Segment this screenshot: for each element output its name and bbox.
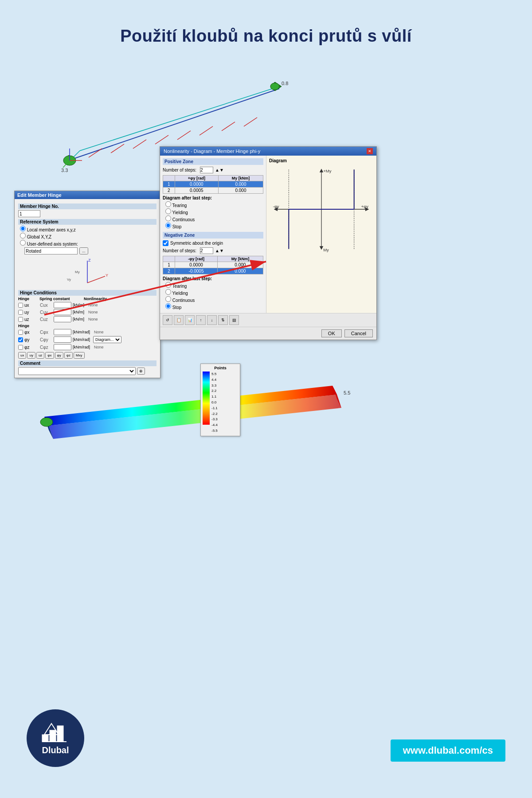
- pos-row-1[interactable]: 10.00000.000: [163, 181, 263, 188]
- tool-btn-3[interactable]: 📊: [185, 315, 195, 325]
- symmetric-label: Symmetric about the origin: [170, 241, 223, 246]
- tool-btn-5[interactable]: ↓: [207, 315, 217, 325]
- cphiy-input[interactable]: [54, 336, 71, 343]
- svg-line-22: [87, 276, 105, 283]
- symmetric-check[interactable]: [163, 240, 168, 246]
- member-hinge-no-input[interactable]: [18, 210, 40, 217]
- svg-line-8: [200, 126, 213, 135]
- svg-point-12: [270, 83, 279, 90]
- nonlin-diagram-panel: Diagram +My My +φy -φy: [266, 156, 376, 313]
- col-row-pos: [163, 176, 175, 181]
- after-last-options-neg: Tearing Yielding Continuous Stop: [163, 282, 263, 310]
- logo-icon: [40, 721, 71, 743]
- dlubal-logo: Dlubal: [27, 709, 84, 767]
- btn-mxy[interactable]: Mxy: [74, 352, 85, 359]
- tool-btn-7[interactable]: ▤: [229, 315, 239, 325]
- tool-btn-6[interactable]: ⇅: [218, 315, 228, 325]
- url-text: www.dlubal.com/cs: [403, 745, 493, 756]
- after-last-options-pos: Tearing Yielding Continuous Stop: [163, 201, 263, 229]
- num-steps-input-pos[interactable]: [200, 167, 213, 173]
- positive-zone-label: Positive Zone: [163, 158, 263, 165]
- svg-text:Vy: Vy: [67, 278, 71, 282]
- cphix-input[interactable]: [54, 329, 71, 335]
- nonlin-close-btn[interactable]: ✕: [367, 148, 373, 154]
- reference-system-options: Local member axes x,y,z Global X,Y,Z Use…: [20, 226, 156, 246]
- svg-line-5: [133, 140, 146, 149]
- color-bar: [203, 372, 210, 425]
- ok-button[interactable]: OK: [321, 329, 342, 337]
- svg-point-45: [40, 418, 53, 426]
- btn-phiz[interactable]: φz: [64, 352, 73, 359]
- hinge-phix-row: φx Cφx [kNm/rad] None: [18, 329, 156, 335]
- color-labels: 5.5 4.4 3.3 2.2 1.1 0.0 -1.1 -2.2 -3.3 -…: [211, 372, 218, 434]
- diagram-label: Diagram: [269, 158, 374, 163]
- svg-text:+φy: +φy: [361, 204, 368, 209]
- col-my-neg: My [kNm]: [217, 256, 263, 262]
- phiy-nonlin-select[interactable]: Diagram... None: [93, 336, 121, 343]
- edit-member-hinge-dialog: Edit Member Hinge Member Hinge No. Refer…: [14, 191, 160, 378]
- user-axis-input[interactable]: [24, 247, 78, 254]
- btn-phiy[interactable]: φy: [55, 352, 63, 359]
- hinge-uy-check[interactable]: [18, 310, 23, 315]
- col-row-neg: [163, 256, 175, 262]
- negative-zone-table: -φy [rad] My [kNm] 10.00000.000 2-0.0005…: [163, 256, 263, 274]
- hinge-ux-check[interactable]: [18, 303, 23, 308]
- cphiz-input[interactable]: [54, 344, 71, 350]
- hinge-phiz-row: φz Cφz [kNm/rad] None: [18, 344, 156, 350]
- axis-browse-btn[interactable]: ...: [79, 247, 88, 254]
- svg-text:My: My: [75, 270, 80, 274]
- diagram-area: +My My +φy -φy: [269, 165, 374, 254]
- url-banner: www.dlubal.com/cs: [391, 739, 505, 762]
- hinge-uz-row: uz Cuz [kN/m] None: [18, 316, 156, 322]
- svg-text:My: My: [323, 247, 329, 252]
- btn-uy[interactable]: uy: [27, 352, 35, 359]
- after-last-label-pos: Diagram after last step:: [163, 196, 263, 200]
- svg-text:3.3: 3.3: [61, 168, 68, 173]
- hinge-phix-check[interactable]: [18, 330, 23, 335]
- hinge-phiz-check[interactable]: [18, 345, 23, 350]
- tool-btn-4[interactable]: ↑: [196, 315, 206, 325]
- tool-btn-1[interactable]: ↺: [163, 315, 172, 325]
- neg-row-2[interactable]: 2-0.00050.000: [163, 268, 263, 274]
- diagram-svg: +My My +φy -φy: [269, 165, 374, 254]
- reference-system-label: Reference System: [18, 219, 156, 225]
- col-phi-pos: +φy [rad]: [175, 176, 218, 181]
- cuy-input[interactable]: [54, 309, 71, 315]
- col-phi-neg: -φy [rad]: [175, 256, 217, 262]
- nonlin-toolbar: ↺ 📋 📊 ↑ ↓ ⇅ ▤: [160, 313, 376, 327]
- svg-line-10: [244, 117, 257, 126]
- num-steps-input-neg[interactable]: [200, 247, 213, 254]
- neg-row-1[interactable]: 10.00000.000: [163, 262, 263, 268]
- svg-text:Z: Z: [88, 258, 91, 262]
- svg-rect-47: [42, 735, 48, 742]
- num-steps-label: Number of steps:: [163, 168, 198, 172]
- after-last-label-neg: Diagram after last step:: [163, 276, 263, 281]
- svg-text:0.8: 0.8: [282, 81, 288, 86]
- hinge-uy-row: uy Cuy [kN/m] None: [18, 309, 156, 315]
- svg-line-7: [177, 131, 191, 140]
- svg-text:+My: +My: [323, 168, 331, 173]
- hinge-phiy-check[interactable]: [18, 337, 23, 342]
- svg-line-6: [155, 135, 168, 144]
- cux-input[interactable]: [54, 302, 71, 308]
- member-hinge-no-label: Member Hinge No.: [18, 203, 156, 209]
- cuz-input[interactable]: [54, 316, 71, 322]
- axis-diagram: Z Y My Vy: [65, 256, 110, 287]
- btn-uz[interactable]: uz: [36, 352, 44, 359]
- btn-phix[interactable]: φx: [45, 352, 54, 359]
- hinge-phiy-row: φy Cφy [kNm/rad] Diagram... None: [18, 336, 156, 343]
- nonlin-dialog-titlebar: Nonlinearity - Diagram - Member Hinge ph…: [160, 147, 376, 156]
- hinge-dialog-title: Edit Member Hinge: [17, 192, 62, 198]
- logo-text: Dlubal: [42, 745, 69, 755]
- hinge-uz-check[interactable]: [18, 317, 23, 322]
- nonlin-left-panel: Positive Zone Number of steps: ▲▼ +φy [r…: [160, 156, 266, 313]
- svg-text:5.5: 5.5: [344, 390, 350, 395]
- pos-row-2[interactable]: 20.00050.000: [163, 188, 263, 194]
- hinge-ux-row: ux Cux [kN/m] None: [18, 302, 156, 308]
- btn-ux[interactable]: ux: [18, 352, 26, 359]
- negative-zone-label: Negative Zone: [163, 232, 263, 239]
- legend-title: Points: [203, 366, 238, 370]
- tool-btn-2[interactable]: 📋: [174, 315, 184, 325]
- cancel-button[interactable]: Cancel: [344, 329, 373, 337]
- nonlinearity-diagram-dialog: Nonlinearity - Diagram - Member Hinge ph…: [160, 146, 377, 340]
